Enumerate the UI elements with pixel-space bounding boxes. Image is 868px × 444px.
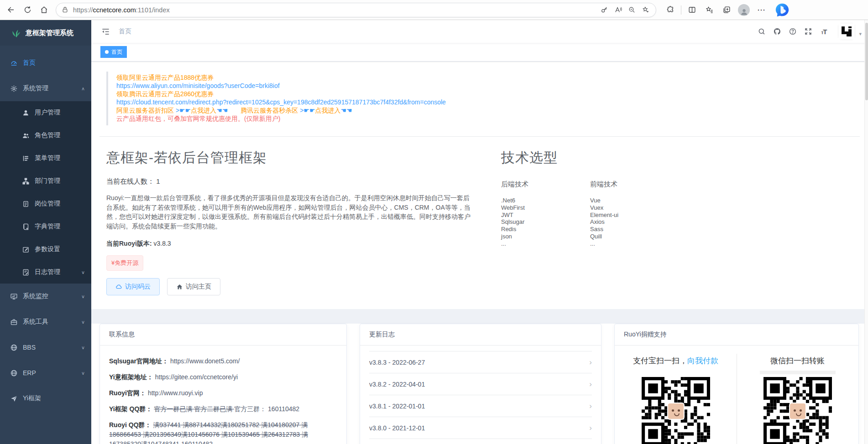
sidebar-item-菜单管理[interactable]: 菜单管理	[0, 147, 91, 170]
sidebar-item-label: 系统工具	[23, 318, 81, 326]
password-key-icon[interactable]	[597, 4, 611, 16]
chevron-down-icon: ∨	[81, 345, 85, 350]
toolbar-separator	[681, 5, 681, 15]
avatar-caret-icon[interactable]: ▾	[859, 26, 862, 37]
backend-title: 后端技术	[501, 180, 590, 189]
notice-link[interactable]: 点我进入	[191, 107, 216, 114]
contact-card: 联系信息 Sqlsugar官网地址：https://www.donet5.com…	[99, 324, 347, 444]
changelog-row[interactable]: v3.8.2 - 2022-04-01›	[369, 373, 592, 395]
sidebar-item-系统监控[interactable]: 系统监控∨	[0, 284, 91, 309]
section-gap	[91, 309, 868, 324]
tag-home[interactable]: 首页	[100, 46, 127, 58]
extensions-icon[interactable]	[662, 2, 679, 18]
address-bar[interactable]: https://ccnetcore.com:1101/index	[56, 3, 656, 17]
sidebar-item-ERP[interactable]: ERP∨	[0, 360, 91, 386]
profile-avatar[interactable]	[735, 2, 753, 18]
changelog-version: v3.8.1 - 2022-01-01	[369, 403, 425, 410]
user-avatar[interactable]	[838, 23, 855, 40]
wechat-title: 微信扫一扫转账	[737, 356, 858, 366]
alipay-column: 支付宝扫一扫，向我付款	[615, 356, 737, 444]
notice-block: 领取阿里云通用云产品1888优惠券https://www.aliyun.com/…	[106, 72, 859, 125]
notice-link[interactable]: ☚☚	[340, 107, 352, 114]
chevron-down-icon: ∨	[81, 319, 85, 325]
search-icon[interactable]	[754, 24, 769, 39]
logo-leaf-icon	[11, 28, 21, 38]
github-icon[interactable]	[769, 24, 785, 39]
donate-card: RuoYi捐赠支持 支付宝扫一扫，向我付款 微信扫一扫转账	[614, 324, 859, 444]
globe-icon	[10, 369, 18, 377]
changelog-row[interactable]: v3.7.0 - 2021-09-13›	[369, 439, 592, 444]
font-size-icon[interactable]: тT	[816, 24, 831, 39]
sidebar-item-岗位管理[interactable]: 岗位管理	[0, 192, 91, 215]
sidebar-item-字典管理[interactable]: 字典管理	[0, 215, 91, 238]
bing-copilot-icon[interactable]	[774, 2, 790, 18]
sidebar-fold-icon[interactable]	[99, 25, 112, 38]
tech-item: ...	[590, 240, 679, 248]
changelog-row[interactable]: v3.8.1 - 2022-01-01›	[369, 395, 592, 417]
sidebar-item-系统工具[interactable]: 系统工具∨	[0, 309, 91, 335]
sidebar-item-用户管理[interactable]: 用户管理	[0, 101, 91, 124]
alipay-pay-link[interactable]: 向我付款	[687, 356, 718, 365]
active-tag-dot	[105, 50, 109, 54]
sidebar-item-参数设置[interactable]: 参数设置	[0, 238, 91, 261]
user-icon	[22, 109, 30, 117]
visit-gitee-button[interactable]: 访问码云	[106, 278, 160, 295]
sidebar-item-label: 岗位管理	[35, 200, 85, 208]
notice-link[interactable]: https://cloud.tencent.com/redirect.php?r…	[116, 98, 446, 106]
chevron-down-icon: ∨	[81, 370, 85, 376]
guide-icon	[10, 395, 18, 403]
globe-icon	[10, 344, 18, 351]
tech-item: json	[501, 233, 590, 240]
sidebar-item-Yi框架[interactable]: Yi框架	[0, 386, 91, 411]
tags-view: 首页	[91, 43, 868, 62]
scrollbar[interactable]	[864, 20, 868, 444]
tech-item: Vuex	[590, 204, 679, 212]
home-icon[interactable]	[36, 2, 52, 18]
zoom-out-icon[interactable]	[625, 4, 638, 16]
fullscreen-icon[interactable]	[800, 24, 816, 39]
settings-dots-icon[interactable]: ⋯	[753, 2, 770, 18]
refresh-icon[interactable]	[19, 2, 36, 18]
sidebar-item-日志管理[interactable]: 日志管理∨	[0, 261, 91, 284]
sidebar-item-系统管理[interactable]: 系统管理∧	[0, 76, 91, 101]
notice-line: 领取阿里云通用云产品1888优惠券	[116, 73, 859, 82]
intro-buttons: 访问码云 访问主页	[106, 278, 474, 295]
scrollbar-thumb[interactable]	[865, 23, 868, 100]
donate-body: 支付宝扫一扫，向我付款 微信扫一扫转账	[615, 346, 858, 444]
notice-line: 阿里云服务器折扣区 >☛☛点我进入☚☚ 腾讯云服务器秒杀区 >☛☛点我进入☚☚	[116, 106, 859, 114]
split-screen-icon[interactable]	[683, 2, 701, 18]
url-text[interactable]: https://ccnetcore.com:1101/index	[73, 6, 597, 14]
frontend-title: 前端技术	[590, 180, 679, 189]
sidebar-item-部门管理[interactable]: 部门管理	[0, 170, 91, 192]
add-favorite-icon[interactable]	[638, 4, 652, 16]
app-title: 意框架管理系统	[26, 29, 73, 37]
visit-homepage-button[interactable]: 访问主页	[167, 278, 220, 295]
notice-link[interactable]: https://www.aliyun.com/minisite/goods?us…	[116, 82, 280, 89]
back-icon[interactable]	[3, 2, 19, 18]
sidebar-item-首页[interactable]: 首页	[0, 50, 91, 76]
sidebar-item-BBS[interactable]: BBS∨	[0, 335, 91, 360]
edit-icon	[22, 246, 30, 253]
notice-link[interactable]: 点我进入	[315, 107, 340, 114]
collections-icon[interactable]	[718, 2, 735, 18]
chevron-right-icon: ›	[589, 358, 592, 367]
contact-value: https://gitee.com/ccnetcore/yi	[155, 373, 238, 381]
favorites-icon[interactable]	[701, 2, 718, 18]
help-icon[interactable]	[785, 24, 800, 39]
sidebar-item-label: Yi框架	[23, 394, 85, 403]
notice-link[interactable]: >☛☛	[300, 107, 315, 114]
changelog-row[interactable]: v3.8.3 - 2022-06-27›	[369, 351, 592, 373]
tech-column: 技术选型 后端技术 .Net6WebFirstJWTSqlsugarRedisj…	[501, 149, 859, 295]
app-logo[interactable]: 意框架管理系统	[0, 20, 91, 46]
donate-divider	[737, 354, 737, 444]
tech-item: .Net6	[501, 197, 590, 204]
notice-link[interactable]: ☚☚	[216, 107, 228, 114]
read-aloud-icon[interactable]	[611, 4, 625, 16]
notice-link[interactable]: >☛☛	[176, 107, 191, 114]
sidebar-item-角色管理[interactable]: 角色管理	[0, 124, 91, 147]
sidebar-item-label: 参数设置	[35, 245, 85, 253]
frontend-tech: 前端技术 VueVuexElement-uiAxiosSassQuill...	[590, 180, 679, 248]
changelog-row[interactable]: v3.8.0 - 2021-12-01›	[369, 417, 592, 439]
breadcrumb[interactable]: 首页	[119, 27, 131, 36]
intro-column: 意框架-若依后台管理框架 当前在线人数： 1 Ruoyi:一直想做一款后台管理系…	[106, 149, 501, 295]
